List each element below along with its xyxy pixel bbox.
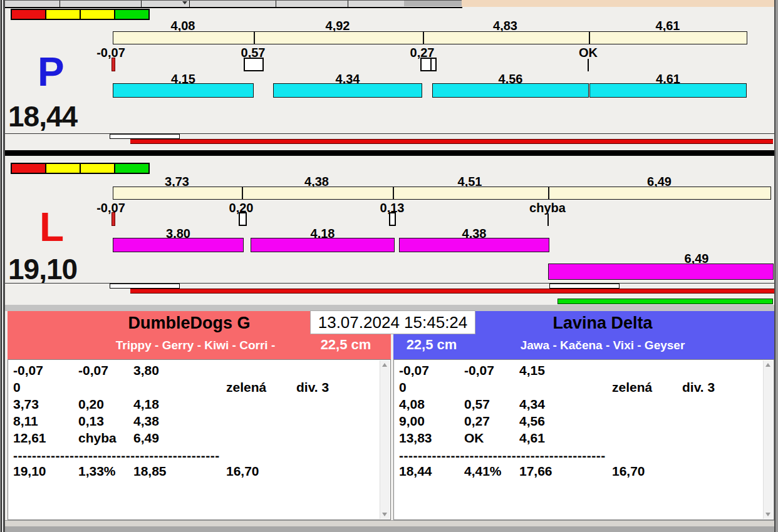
lane-total-l: 19,10	[8, 255, 77, 284]
split-bar-l	[113, 187, 771, 200]
lane-divider	[5, 150, 774, 156]
cell: 6,49	[133, 431, 159, 446]
cell: 13,83	[399, 431, 432, 446]
start-mark	[112, 212, 115, 226]
lane-p-border	[5, 7, 462, 8]
total-pct: 4,41%	[464, 464, 502, 479]
changeover-box	[389, 212, 396, 226]
lane-p: 4,08 4,92 4,83 4,61 -0,07 0,57 0,27 OK 4…	[5, 7, 774, 150]
cell: zelená	[226, 380, 266, 395]
dog-bar-rerun	[548, 263, 774, 280]
split-divider	[548, 187, 549, 199]
cell: 4,15	[519, 363, 545, 378]
ok-mark	[588, 59, 589, 71]
cell: 0	[13, 380, 21, 395]
progress-red-bar	[130, 289, 774, 294]
split-bar-p	[113, 31, 747, 44]
scroll-up-icon[interactable]	[765, 363, 770, 367]
cell: div. 3	[682, 380, 715, 395]
dog-bar	[251, 238, 395, 252]
loss-label: -0,07	[83, 46, 139, 60]
cell: 4,34	[519, 397, 545, 412]
jump-height-left: 22,5 cm	[308, 337, 383, 353]
light-yellow-1	[45, 163, 81, 174]
chevron-down-icon[interactable]	[182, 1, 187, 4]
cell: 12,61	[13, 431, 46, 446]
total-net: 18,85	[133, 464, 167, 479]
split-divider	[254, 32, 255, 44]
scroll-up-icon[interactable]	[382, 363, 387, 367]
toolbar-divider	[60, 1, 60, 7]
results-table-right: -0,07 -0,07 4,15 0 zelená div. 3 4,08 0,…	[393, 359, 774, 520]
cell: 4,38	[133, 414, 159, 429]
cell: 4,18	[133, 397, 159, 412]
start-light-l	[11, 163, 149, 174]
total-ref: 16,70	[226, 464, 259, 479]
lane-letter-l: L	[39, 207, 64, 247]
window-right-edge	[774, 0, 778, 532]
progress-white-bar	[549, 284, 620, 289]
progress-white-bar	[110, 134, 180, 139]
cell: -0,07	[13, 363, 43, 378]
table-row: 4,08 0,57 4,34	[394, 397, 764, 414]
table-row: 0 zelená div. 3	[8, 380, 380, 397]
total-time: 19,10	[13, 464, 46, 479]
split-divider	[589, 32, 590, 44]
total-time: 18,44	[399, 464, 432, 479]
team-dogs-right: Jawa - Kačena - Vixi - Geyser	[431, 339, 774, 352]
light-yellow-1	[45, 9, 81, 20]
bottom-status-strip	[5, 520, 774, 526]
dog-bar	[113, 83, 254, 98]
lane-l: 3,73 4,38 4,51 6,49 -0,07 0,20 0,13 chyb…	[5, 156, 774, 305]
cell: OK	[464, 431, 484, 446]
cell: 9,00	[399, 414, 425, 429]
progress-red-bar	[130, 139, 773, 144]
toolbar-divider	[276, 1, 276, 7]
changeover-box	[239, 212, 247, 226]
dog-bar	[273, 83, 422, 98]
cell: 3,73	[13, 397, 39, 412]
results-table-left: -0,07 -0,07 3,80 0 zelená div. 3 3,73 0,…	[8, 359, 391, 520]
dog-bar	[432, 83, 589, 98]
scrollbar[interactable]	[380, 361, 390, 519]
changeover-box-divider	[430, 59, 432, 70]
split-divider	[242, 187, 243, 199]
total-pct: 1,33%	[78, 464, 116, 479]
cell: 4,56	[519, 414, 545, 429]
table-row: -0,07 -0,07 4,15	[394, 363, 764, 380]
top-toolbar[interactable]	[5, 0, 404, 6]
changeover-box	[420, 58, 437, 71]
cell: 0	[399, 380, 407, 395]
scroll-down-icon[interactable]	[765, 513, 770, 516]
table-totals-row: 18,44 4,41% 17,66 16,70	[394, 464, 764, 481]
table-row: -0,07 -0,07 3,80	[8, 363, 380, 380]
cell: -0,07	[464, 363, 494, 378]
jump-height-right: 22,5 cm	[397, 337, 466, 353]
cell: 0,13	[78, 414, 104, 429]
total-ref: 16,70	[612, 464, 645, 479]
loss-label: -0,07	[83, 201, 139, 215]
table-row: 9,00 0,27 4,56	[394, 414, 764, 431]
lane-letter-p: P	[38, 52, 65, 92]
light-yellow-2	[80, 163, 115, 174]
cell: 8,11	[13, 414, 38, 429]
scrollbar[interactable]	[763, 361, 773, 519]
start-mark	[112, 58, 115, 71]
total-net: 17,66	[519, 464, 552, 479]
window-left-edge	[0, 0, 5, 532]
dog-bar	[589, 83, 747, 98]
toolbar-divider	[348, 1, 348, 7]
cell: 0,20	[78, 397, 104, 412]
lane-total-p: 18,44	[8, 102, 77, 131]
cell: 0,27	[464, 414, 490, 429]
bottom-window-edge	[0, 526, 778, 532]
cell: div. 3	[296, 380, 329, 395]
table-totals-row: 19,10 1,33% 18,85 16,70	[8, 464, 380, 481]
table-row: 12,61 chyba 6,49	[8, 431, 380, 448]
cell: chyba	[78, 431, 117, 446]
table-row: 0 zelená div. 3	[394, 380, 764, 397]
scroll-down-icon[interactable]	[382, 513, 387, 516]
table-divider: ----------------------------------------…	[399, 448, 606, 463]
cell: -0,07	[399, 363, 429, 378]
dog-bar	[113, 238, 244, 252]
